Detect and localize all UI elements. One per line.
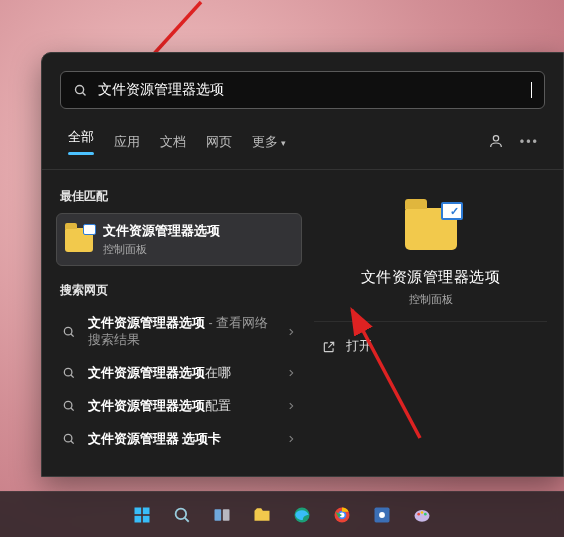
best-match-title: 文件资源管理器选项 xyxy=(103,222,220,240)
more-options-icon[interactable]: ••• xyxy=(514,131,545,153)
svg-point-29 xyxy=(421,511,424,514)
taskbar-start[interactable] xyxy=(127,500,157,530)
best-match-header: 最佳匹配 xyxy=(60,188,298,205)
taskbar-search[interactable] xyxy=(167,500,197,530)
tab-all[interactable]: 全部 xyxy=(60,123,102,161)
svg-point-10 xyxy=(64,434,72,442)
filter-tabs: 全部 应用 文档 网页 更多 ▾ ••• xyxy=(42,123,563,170)
chevron-right-icon xyxy=(286,401,296,411)
search-panel: 全部 应用 文档 网页 更多 ▾ ••• 最佳匹配 文件资源管理器选项 控制面板… xyxy=(41,52,564,477)
chevron-right-icon xyxy=(286,327,296,337)
web-result[interactable]: 文件资源管理器 选项卡 xyxy=(56,423,302,456)
detail-pane: ✓ 文件资源管理器选项 控制面板 打开 xyxy=(314,184,553,466)
search-icon xyxy=(62,325,76,339)
detail-subtitle: 控制面板 xyxy=(409,292,453,307)
search-icon xyxy=(62,366,76,380)
taskview-icon xyxy=(212,505,232,525)
tab-docs[interactable]: 文档 xyxy=(152,128,194,157)
search-icon xyxy=(73,83,88,98)
taskbar-paint[interactable] xyxy=(407,500,437,530)
edge-icon xyxy=(292,505,312,525)
chrome-icon xyxy=(332,505,352,525)
svg-line-2 xyxy=(83,92,86,95)
search-bar[interactable] xyxy=(60,71,545,109)
svg-rect-19 xyxy=(215,509,222,521)
open-action[interactable]: 打开 xyxy=(314,326,547,367)
tab-web[interactable]: 网页 xyxy=(198,128,240,157)
svg-point-3 xyxy=(493,135,498,140)
tab-more[interactable]: 更多 ▾ xyxy=(244,128,294,157)
svg-line-9 xyxy=(71,408,74,411)
best-match-item[interactable]: 文件资源管理器选项 控制面板 xyxy=(56,213,302,266)
detail-title: 文件资源管理器选项 xyxy=(361,268,501,287)
svg-point-17 xyxy=(176,508,187,519)
account-icon[interactable] xyxy=(482,129,510,156)
chevron-right-icon xyxy=(286,368,296,378)
tab-apps[interactable]: 应用 xyxy=(106,128,148,157)
search-icon xyxy=(62,432,76,446)
taskbar-chrome[interactable] xyxy=(327,500,357,530)
detail-card: ✓ 文件资源管理器选项 控制面板 xyxy=(314,186,547,322)
result-label: 文件资源管理器选项在哪 xyxy=(88,365,274,382)
svg-rect-16 xyxy=(143,515,150,522)
svg-line-11 xyxy=(71,441,74,444)
web-result[interactable]: 文件资源管理器选项配置 xyxy=(56,390,302,423)
search-icon xyxy=(173,506,191,524)
taskbar-settings[interactable] xyxy=(367,500,397,530)
paint-icon xyxy=(412,505,432,525)
svg-point-28 xyxy=(417,512,420,515)
svg-rect-14 xyxy=(143,507,150,514)
folder-icon xyxy=(252,505,272,525)
taskbar xyxy=(0,491,564,537)
open-external-icon xyxy=(322,340,336,354)
search-input[interactable] xyxy=(98,82,533,98)
svg-point-1 xyxy=(76,85,84,93)
result-label: 文件资源管理器选项 - 查看网络搜索结果 xyxy=(88,315,274,349)
svg-line-5 xyxy=(71,334,74,337)
web-result[interactable]: 文件资源管理器选项 - 查看网络搜索结果 xyxy=(56,307,302,357)
text-caret xyxy=(531,82,532,98)
folder-options-icon xyxy=(65,228,93,252)
search-icon xyxy=(62,399,76,413)
svg-point-4 xyxy=(64,327,72,335)
taskbar-edge[interactable] xyxy=(287,500,317,530)
svg-rect-15 xyxy=(135,515,142,522)
svg-point-30 xyxy=(424,512,427,515)
best-match-subtitle: 控制面板 xyxy=(103,242,220,257)
svg-rect-13 xyxy=(135,507,142,514)
result-label: 文件资源管理器选项配置 xyxy=(88,398,274,415)
settings-icon xyxy=(372,505,392,525)
svg-point-8 xyxy=(64,401,72,409)
svg-line-18 xyxy=(185,517,189,521)
taskbar-explorer[interactable] xyxy=(247,500,277,530)
result-label: 文件资源管理器 选项卡 xyxy=(88,431,274,448)
web-results-header: 搜索网页 xyxy=(60,282,298,299)
svg-rect-20 xyxy=(223,509,230,521)
svg-point-26 xyxy=(379,512,385,518)
svg-point-6 xyxy=(64,369,72,377)
taskbar-taskview[interactable] xyxy=(207,500,237,530)
chevron-right-icon xyxy=(286,434,296,444)
results-column: 最佳匹配 文件资源管理器选项 控制面板 搜索网页 文件资源管理器选项 - 查看网… xyxy=(56,184,302,466)
svg-line-7 xyxy=(71,375,74,378)
web-result[interactable]: 文件资源管理器选项在哪 xyxy=(56,357,302,390)
windows-icon xyxy=(132,505,152,525)
open-label: 打开 xyxy=(346,338,372,355)
